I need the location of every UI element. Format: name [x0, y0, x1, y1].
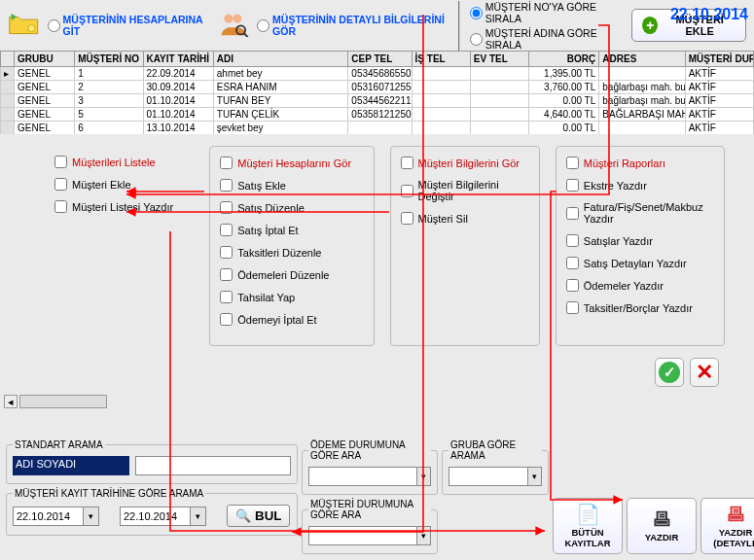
ok-button[interactable]: ✓: [655, 358, 684, 387]
table-row[interactable]: GENEL501.10.2014TUFAN ÇELİK053581212504,…: [1, 108, 754, 122]
chk-edit-instalments[interactable]: Taksitleri Düzenle: [220, 246, 363, 259]
cancel-button[interactable]: ✕: [690, 358, 719, 387]
users-magnify-icon: [218, 11, 250, 40]
svg-point-2: [233, 15, 241, 23]
perm-col-reports: Müşteri Raporları Ekstre Yazdır Fatura/F…: [556, 146, 725, 346]
confirm-cancel-row: ✓ ✕: [0, 354, 754, 393]
chk-print-payments[interactable]: Ödemeler Yazdır: [566, 279, 714, 292]
customer-status-title: MÜŞTERİ DURUMUNA GÖRE ARA: [308, 499, 431, 520]
go-accounts-label: MÜŞTERİNİN HESAPLARINA GİT: [63, 14, 206, 37]
chk-add-sale[interactable]: Satış Ekle: [220, 179, 363, 192]
x-icon: ✕: [696, 360, 713, 385]
svg-point-0: [28, 25, 35, 32]
date-search-title: MÜŞTERİ KAYIT TARİHİNE GÖRE ARAMA: [13, 488, 205, 499]
chk-see-accounts[interactable]: Müşteri Hesaplarını Gör: [220, 157, 363, 169]
table-row[interactable]: GENEL613.10.2014şevket bey0.00 TLAKTİF: [1, 122, 754, 135]
filter-toolbar: STANDART ARAMA ADI SOYADI MÜŞTERİ KAYIT …: [0, 439, 754, 554]
standard-search-title: STANDART ARAMA: [13, 439, 105, 450]
customer-grid[interactable]: GRUBU MÜŞTERİ NO KAYIT TARİHİ ADI CEP TE…: [0, 51, 754, 134]
dropdown-icon[interactable]: ▾: [527, 467, 542, 486]
chk-print-invoice[interactable]: Fatura/Fiş/Senet/Makbuz Yazdır: [566, 201, 714, 225]
chk-edit-info[interactable]: Müşteri Bilgilerini Değiştir: [401, 179, 529, 202]
chk-add-customer[interactable]: Müşteri Ekle: [54, 178, 188, 191]
chk-list-customers[interactable]: Müşterileri Listele: [54, 156, 188, 168]
group-filter: GRUBA GÖRE ARAMA ▾: [442, 439, 549, 495]
chk-reports[interactable]: Müşteri Raporları: [566, 157, 714, 169]
chk-print-instalments[interactable]: Taksitler/Borçlar Yazdır: [566, 301, 714, 314]
go-accounts-radio[interactable]: MÜŞTERİNİN HESAPLARINA GİT: [48, 14, 206, 37]
dropdown-icon[interactable]: ▾: [190, 507, 206, 526]
sort-by-no-label: MÜŞTERİ NO'YA GÖRE SIRALA: [485, 1, 620, 24]
scroll-left-arrow[interactable]: ◂: [4, 395, 18, 408]
chk-print-sales[interactable]: Satışlar Yazdır: [566, 234, 714, 247]
chk-delete[interactable]: Müşteri Sil: [401, 212, 529, 225]
print-button[interactable]: 🖶 YAZDIR: [627, 498, 697, 554]
document-icon: 📄: [576, 505, 600, 524]
print-detail-button[interactable]: 🖶 YAZDIR (DETAYLI): [700, 498, 754, 554]
check-icon: ✓: [659, 362, 680, 383]
magnifier-icon: 🔍: [235, 508, 251, 523]
chk-print-statement[interactable]: Ekstre Yazdır: [566, 179, 714, 192]
chk-print-sale-details[interactable]: Satış Detayları Yazdır: [566, 257, 714, 269]
table-row[interactable]: ▸GENEL122.09.2014ahmet bey053456865501,3…: [1, 67, 754, 81]
payment-status-combo[interactable]: [308, 467, 416, 486]
scroll-thumb[interactable]: [19, 395, 107, 408]
chk-see-info[interactable]: Müşteri Bilgilerini Gör: [401, 157, 529, 169]
date-to-combo[interactable]: ▾: [120, 507, 217, 526]
printer-icon: 🖶: [652, 509, 671, 529]
top-left: MÜŞTERİNİN HESAPLARINA GİT MÜŞTERİNİN DE…: [0, 0, 754, 54]
payment-status-filter: ÖDEME DURUMUNA GÖRE ARA ▾: [302, 439, 438, 495]
chk-edit-sale[interactable]: Satış Düzenle: [220, 201, 363, 214]
standard-search-group: STANDART ARAMA ADI SOYADI: [6, 439, 298, 484]
dropdown-icon[interactable]: ▾: [83, 507, 99, 526]
search-field-selector[interactable]: ADI SOYADI: [13, 456, 129, 475]
dropdown-icon[interactable]: ▾: [416, 526, 431, 545]
search-text-input[interactable]: [135, 456, 291, 475]
sort-by-no-radio[interactable]: MÜŞTERİ NO'YA GÖRE SIRALA: [470, 1, 620, 24]
perm-col-accounts: Müşteri Hesaplarını Gör Satış Ekle Satış…: [209, 146, 374, 346]
dropdown-icon[interactable]: ▾: [416, 467, 431, 486]
plus-icon: +: [642, 17, 658, 34]
sort-by-name-label: MÜŞTERİ ADINA GÖRE SIRALA: [485, 27, 620, 51]
perm-col-info: Müşteri Bilgilerini Gör Müşteri Bilgiler…: [390, 146, 540, 346]
current-date: 22.10.2014: [670, 6, 748, 23]
svg-point-1: [224, 15, 233, 23]
top-bar: MÜŞTERİNİN HESAPLARINA GİT MÜŞTERİNİN DE…: [0, 0, 754, 51]
chk-print-list[interactable]: Müşteri Listesi Yazdır: [54, 200, 188, 213]
horizontal-scrollbar[interactable]: ◂: [0, 393, 754, 410]
date-search-group: MÜŞTERİ KAYIT TARİHİNE GÖRE ARAMA ▾ ▾ 🔍B…: [6, 488, 298, 536]
group-combo[interactable]: [449, 467, 527, 486]
sort-group: MÜŞTERİ NO'YA GÖRE SIRALA MÜŞTERİ ADINA …: [458, 1, 620, 51]
action-buttons: 📄 BÜTÜN KAYITLAR 🖶 YAZDIR 🖶 YAZDIR (DETA…: [553, 469, 754, 554]
chk-collect[interactable]: Tahsilat Yap: [220, 291, 363, 303]
printer-detail-icon: 🖶: [726, 505, 745, 524]
sort-by-name-radio[interactable]: MÜŞTERİ ADINA GÖRE SIRALA: [470, 27, 620, 51]
perm-col-general: Müşterileri Listele Müşteri Ekle Müşteri…: [49, 146, 194, 346]
go-details-radio[interactable]: MÜŞTERİNİN DETAYLI BİLGİLERİNİ GÖR: [257, 14, 450, 37]
permissions-area: Müşterileri Listele Müşteri Ekle Müşteri…: [0, 134, 754, 354]
find-button[interactable]: 🔍BUL: [227, 505, 290, 527]
payment-status-title: ÖDEME DURUMUNA GÖRE ARA: [308, 439, 431, 461]
table-row[interactable]: GENEL301.10.2014TUFAN BEY053445622110.00…: [1, 94, 754, 108]
table-row[interactable]: GENEL230.09.2014ESRA HANIM053160712553,7…: [1, 81, 754, 94]
chk-edit-payments[interactable]: Ödemeleri Düzenle: [220, 268, 363, 281]
customer-status-filter: MÜŞTERİ DURUMUNA GÖRE ARA ▾: [302, 499, 438, 554]
chk-cancel-sale[interactable]: Satış İptal Et: [220, 224, 363, 236]
folder-money-icon: [8, 12, 40, 39]
go-details-label: MÜŞTERİNİN DETAYLI BİLGİLERİNİ GÖR: [272, 14, 450, 37]
all-records-button[interactable]: 📄 BÜTÜN KAYITLAR: [553, 498, 623, 554]
customer-status-combo[interactable]: [308, 526, 416, 545]
date-from-combo[interactable]: ▾: [13, 507, 110, 526]
group-filter-title: GRUBA GÖRE ARAMA: [449, 439, 542, 461]
chk-cancel-payment[interactable]: Ödemeyi İptal Et: [220, 313, 363, 326]
